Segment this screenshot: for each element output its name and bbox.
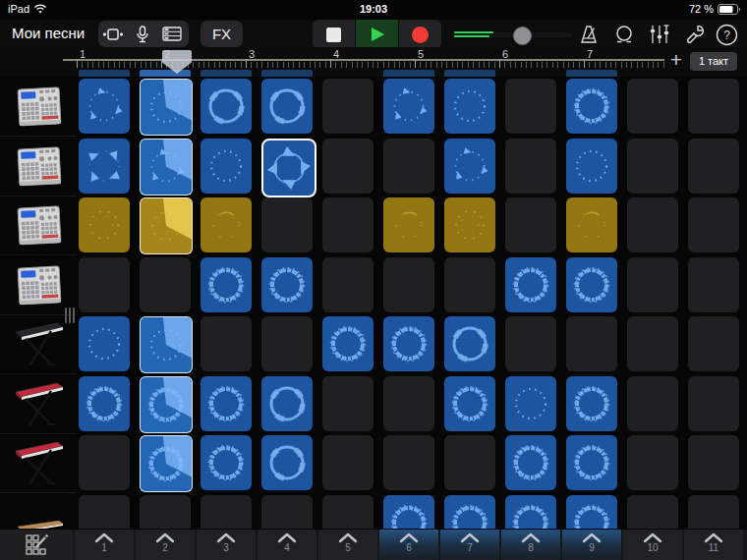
column-trigger-4[interactable]: 4 bbox=[258, 530, 316, 560]
loop-cell-empty[interactable] bbox=[688, 435, 739, 490]
loop-cell[interactable] bbox=[383, 197, 434, 252]
fx-button[interactable]: FX bbox=[201, 21, 243, 47]
loop-cell-empty[interactable] bbox=[627, 495, 678, 530]
row-resize-handle[interactable] bbox=[65, 307, 77, 324]
loop-cell-empty[interactable] bbox=[261, 197, 313, 252]
instrument-drum-machine[interactable] bbox=[0, 197, 77, 255]
loop-cell-empty[interactable] bbox=[383, 376, 434, 431]
column-trigger-7[interactable]: 7 bbox=[440, 530, 499, 560]
loop-cell[interactable] bbox=[140, 435, 193, 492]
column-trigger-11[interactable]: 11 bbox=[684, 530, 743, 560]
loop-cell[interactable] bbox=[566, 139, 617, 194]
loop-cell[interactable] bbox=[140, 79, 193, 136]
loop-cell-empty[interactable] bbox=[140, 257, 191, 312]
loop-length-badge[interactable]: 1 такт bbox=[690, 52, 737, 71]
loop-cell[interactable] bbox=[201, 79, 252, 134]
loop-cell-empty[interactable] bbox=[444, 435, 495, 490]
loop-cell[interactable] bbox=[261, 435, 313, 490]
loop-browser-icon[interactable] bbox=[611, 22, 637, 47]
loop-cell[interactable] bbox=[79, 376, 130, 431]
loop-cell[interactable] bbox=[140, 376, 193, 433]
wrench-icon[interactable] bbox=[682, 22, 708, 47]
loop-cell[interactable] bbox=[261, 376, 313, 431]
play-button[interactable] bbox=[356, 20, 398, 49]
mixer-levels-icon[interactable] bbox=[647, 22, 672, 47]
loop-cell[interactable] bbox=[566, 197, 617, 252]
loop-cell-empty[interactable] bbox=[79, 435, 130, 490]
loop-cell[interactable] bbox=[566, 376, 617, 431]
help-icon[interactable]: ? bbox=[714, 22, 739, 47]
loop-cell[interactable] bbox=[201, 257, 252, 312]
loop-cell-empty[interactable] bbox=[505, 139, 556, 194]
loop-cell[interactable] bbox=[505, 495, 556, 530]
loop-cell[interactable] bbox=[201, 376, 252, 431]
loop-cell[interactable] bbox=[383, 316, 434, 371]
live-loops-grid-icon[interactable] bbox=[98, 21, 128, 47]
loop-cell-empty[interactable] bbox=[688, 139, 739, 194]
column-trigger-3[interactable]: 3 bbox=[197, 530, 256, 560]
loop-cell[interactable] bbox=[140, 197, 193, 254]
loop-cell-empty[interactable] bbox=[140, 495, 191, 530]
loop-cell-empty[interactable] bbox=[627, 316, 678, 371]
loop-cell[interactable] bbox=[505, 257, 556, 312]
loop-cell[interactable] bbox=[444, 376, 495, 431]
loop-cell[interactable] bbox=[505, 376, 556, 431]
loop-cell-empty[interactable] bbox=[201, 316, 252, 371]
loop-cell[interactable] bbox=[261, 79, 313, 134]
loop-cell[interactable] bbox=[140, 139, 193, 196]
loop-cell-empty[interactable] bbox=[566, 316, 617, 371]
loop-cell[interactable] bbox=[444, 139, 495, 194]
metronome-icon[interactable] bbox=[576, 22, 602, 47]
loop-cell[interactable] bbox=[444, 495, 495, 530]
loop-cell[interactable] bbox=[566, 435, 617, 490]
loop-cell[interactable] bbox=[140, 316, 193, 373]
tracks-view-icon[interactable] bbox=[157, 21, 187, 47]
instrument-keyboard-red[interactable] bbox=[0, 376, 77, 434]
loop-cell[interactable] bbox=[383, 79, 434, 134]
loop-cell[interactable] bbox=[444, 316, 495, 371]
loop-cell[interactable] bbox=[566, 257, 617, 312]
volume-slider[interactable] bbox=[452, 28, 572, 41]
loop-cell-empty[interactable] bbox=[505, 316, 556, 371]
loop-cell[interactable] bbox=[79, 139, 130, 194]
loop-cell[interactable] bbox=[201, 197, 252, 252]
loop-cell-empty[interactable] bbox=[505, 197, 556, 252]
loop-cell-empty[interactable] bbox=[261, 316, 313, 371]
loop-cell-empty[interactable] bbox=[627, 435, 678, 490]
loop-cell[interactable] bbox=[566, 79, 617, 134]
loop-cell-empty[interactable] bbox=[79, 495, 130, 530]
loop-cell-empty[interactable] bbox=[322, 197, 374, 252]
loop-cell-empty[interactable] bbox=[444, 257, 495, 312]
loop-cell[interactable] bbox=[322, 316, 374, 371]
loop-cell-empty[interactable] bbox=[505, 79, 556, 134]
loop-cell-empty[interactable] bbox=[627, 79, 678, 134]
loop-cell-empty[interactable] bbox=[627, 197, 678, 252]
loop-cell-empty[interactable] bbox=[383, 139, 434, 194]
loop-cell[interactable] bbox=[79, 316, 130, 371]
loop-cell-empty[interactable] bbox=[322, 376, 374, 431]
loop-cell-empty[interactable] bbox=[322, 139, 374, 194]
stop-button[interactable] bbox=[313, 20, 355, 49]
microphone-icon[interactable] bbox=[128, 21, 157, 47]
instrument-keyboard-black[interactable] bbox=[0, 316, 77, 374]
loop-cell[interactable] bbox=[201, 435, 252, 490]
instrument-keyboard-tan[interactable] bbox=[0, 495, 77, 530]
loop-cell-empty[interactable] bbox=[383, 435, 434, 490]
instrument-drum-machine[interactable] bbox=[0, 139, 77, 196]
loop-cell-empty[interactable] bbox=[688, 316, 739, 371]
loop-cell-empty[interactable] bbox=[322, 79, 374, 134]
loop-cell-empty[interactable] bbox=[688, 197, 739, 252]
loop-cell-empty[interactable] bbox=[627, 139, 678, 194]
column-trigger-1[interactable]: 1 bbox=[75, 530, 134, 560]
loop-cell[interactable] bbox=[79, 197, 130, 252]
instrument-drum-machine[interactable] bbox=[0, 79, 77, 137]
timeline-ruler[interactable]: 1234567 + 1 такт bbox=[0, 47, 747, 77]
loop-cell[interactable] bbox=[201, 139, 252, 194]
loop-cell-empty[interactable] bbox=[627, 376, 678, 431]
loop-cell-empty[interactable] bbox=[688, 376, 739, 431]
volume-knob[interactable] bbox=[513, 27, 532, 45]
loop-cell-empty[interactable] bbox=[688, 79, 739, 134]
loop-cell[interactable] bbox=[444, 79, 495, 134]
loop-cell-empty[interactable] bbox=[627, 257, 678, 312]
loop-cell[interactable] bbox=[505, 435, 556, 490]
